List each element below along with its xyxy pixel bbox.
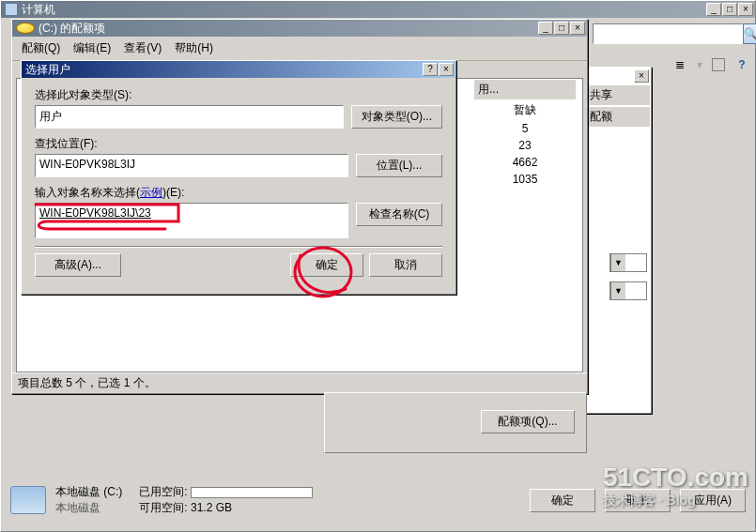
search-input[interactable]	[593, 23, 743, 44]
grid-col-quota: 配额	[583, 106, 651, 128]
location-label: 查找位置(F):	[35, 136, 442, 152]
avail-label: 可用空间:	[139, 501, 187, 514]
grid-header-used: 用...	[473, 79, 577, 100]
explorer-title: 计算机	[22, 2, 706, 18]
menu-quota[interactable]: 配额(Q)	[16, 38, 66, 58]
close-button[interactable]: ×	[738, 3, 753, 16]
quota-item-panel: 配额项(Q)...	[324, 392, 587, 453]
grid-row[interactable]: 5	[473, 120, 577, 137]
names-label-suffix: )(E):	[162, 186, 184, 199]
object-type-button[interactable]: 对象类型(O)...	[351, 105, 442, 129]
dialog-title: 选择用户	[25, 62, 423, 78]
quota-minimize[interactable]: _	[538, 22, 553, 35]
grid-row[interactable]: 4662	[473, 154, 577, 171]
usage-bar	[191, 487, 313, 498]
location-button[interactable]: 位置(L)...	[356, 154, 442, 177]
quota-close[interactable]: ×	[570, 22, 585, 35]
view-icon[interactable]	[712, 58, 725, 71]
menu-edit[interactable]: 编辑(E)	[68, 38, 116, 58]
grid-col-share: 共享	[583, 84, 651, 106]
search-box: 🔍	[593, 23, 748, 44]
quota-menubar: 配额(Q) 编辑(E) 查看(V) 帮助(H)	[12, 37, 587, 61]
check-names-button[interactable]: 检查名称(C)	[356, 203, 442, 226]
advanced-button[interactable]: 高级(A)...	[35, 253, 121, 277]
names-input[interactable]: WIN-E0PVK98L3IJ\23	[35, 203, 348, 238]
search-button[interactable]: 🔍	[743, 23, 756, 44]
drive-yellow-icon	[16, 23, 35, 34]
names-label: 输入对象名称来选择(	[35, 186, 140, 199]
drive-label: 本地磁盘 (C:)	[55, 484, 122, 500]
help-icon[interactable]: ?	[734, 57, 749, 72]
quota-item-button[interactable]: 配额项(Q)...	[481, 410, 575, 433]
names-value: WIN-E0PVK98L3IJ\23	[39, 206, 151, 220]
grid-row[interactable]: 23	[473, 137, 577, 154]
maximize-button[interactable]: □	[722, 3, 737, 16]
side-panel: × 共享 配额 ▼ ▼	[582, 67, 652, 414]
grid-row[interactable]: 暂缺	[473, 100, 577, 120]
organize-icon[interactable]: ≣	[672, 57, 687, 72]
cancel-button[interactable]: 取消	[369, 253, 442, 277]
avail-value: 31.2 GB	[191, 501, 232, 514]
explorer-titlebar: 计算机 _ □ ×	[1, 1, 755, 18]
watermark-main: 51CTO.com	[603, 463, 748, 493]
bottom-ok-button[interactable]: 确定	[530, 489, 595, 512]
select-user-dialog: 选择用户 ? × 选择此对象类型(S): 用户 对象类型(O)... 查找位置(…	[21, 60, 456, 295]
ok-button[interactable]: 确定	[290, 253, 363, 277]
dialog-close-button[interactable]: ×	[439, 63, 454, 76]
watermark: 51CTO.com 技术博客 · Blog	[603, 463, 748, 509]
minimize-button[interactable]: _	[706, 3, 721, 16]
grid-row[interactable]: 1035	[473, 171, 577, 188]
quota-maximize[interactable]: □	[554, 22, 569, 35]
dialog-help-button[interactable]: ?	[423, 63, 438, 76]
side-panel-close[interactable]: ×	[634, 69, 649, 83]
dialog-titlebar: 选择用户 ? ×	[22, 61, 455, 78]
example-link[interactable]: 示例	[140, 186, 162, 199]
computer-icon	[5, 3, 18, 16]
location-input[interactable]: WIN-E0PVK98L3IJ	[35, 154, 348, 177]
menu-help[interactable]: 帮助(H)	[169, 38, 219, 58]
object-type-input[interactable]: 用户	[35, 105, 344, 129]
quota-status-text: 项目总数 5 个，已选 1 个。	[18, 376, 156, 389]
menu-view[interactable]: 查看(V)	[118, 38, 167, 58]
quota-statusbar: 项目总数 5 个，已选 1 个。	[12, 372, 587, 393]
object-type-label: 选择此对象类型(S):	[35, 87, 442, 103]
watermark-sub: 技术博客 · Blog	[603, 493, 748, 509]
toolbar: ≣ ▾ ?	[672, 57, 749, 72]
quota-title: (C:) 的配额项	[39, 21, 538, 37]
search-icon: 🔍	[744, 27, 756, 40]
dropdown-1[interactable]: ▼	[609, 253, 647, 272]
quota-titlebar: (C:) 的配额项 _ □ ×	[12, 20, 587, 37]
dropdown-2[interactable]: ▼	[609, 281, 647, 300]
drive-type: 本地磁盘	[55, 500, 122, 516]
drive-icon	[10, 486, 46, 514]
used-label: 已用空间:	[139, 485, 187, 498]
